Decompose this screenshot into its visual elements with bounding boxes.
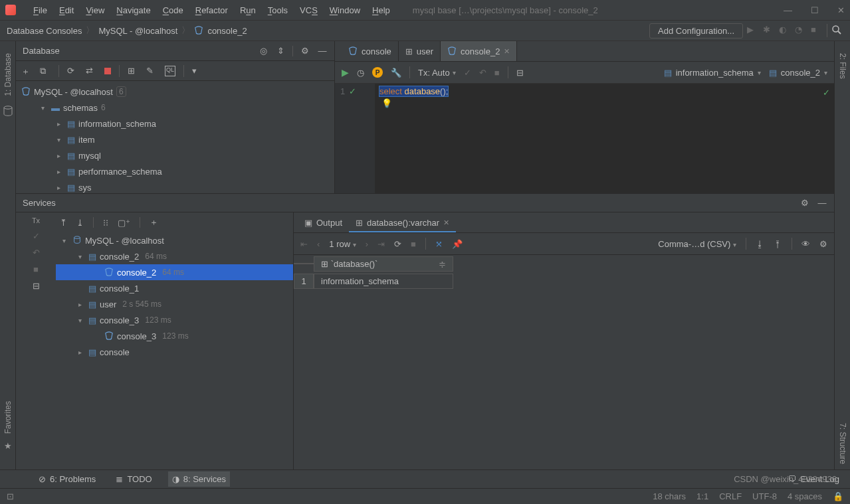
tree-schema-item[interactable]: ▸▤performance_schema — [16, 163, 334, 179]
table-icon[interactable]: ⊞ — [128, 66, 138, 76]
database-toolwindow-tab[interactable]: 1: Database — [2, 48, 14, 102]
add-configuration-button[interactable]: Add Configuration... — [649, 23, 743, 39]
layout-icon[interactable]: ⊟ — [516, 68, 524, 78]
editor-tab-user[interactable]: ⊞ user — [399, 41, 441, 61]
refresh-icon[interactable]: ⟳ — [67, 66, 78, 76]
services-tree-item[interactable]: ▤console_1 — [56, 280, 293, 296]
breadcrumb-console[interactable]: console_2 — [194, 26, 247, 36]
menu-tools[interactable]: Tools — [264, 4, 292, 17]
files-toolwindow-tab[interactable]: 2: Files — [837, 48, 849, 84]
rollback-icon[interactable]: ↶ — [479, 68, 486, 78]
window-icon[interactable]: ⊡ — [7, 491, 14, 501]
history-icon[interactable]: ◷ — [357, 68, 364, 78]
add-row-icon[interactable]: ⤧ — [435, 239, 443, 249]
structure-toolwindow-tab[interactable]: 7: Structure — [837, 418, 849, 469]
menu-help[interactable]: Help — [368, 4, 394, 17]
status-encoding[interactable]: UTF-8 — [752, 491, 777, 501]
todo-tab[interactable]: ≣TODO — [112, 471, 156, 487]
tree-datasource[interactable]: MySQL - @localhost 6 — [16, 84, 334, 100]
code-editor[interactable]: 1 ✓ select database(); 💡 ✓ — [335, 84, 834, 193]
menu-refactor[interactable]: Refactor — [191, 4, 232, 17]
status-crlf[interactable]: CRLF — [719, 491, 742, 501]
hide-icon[interactable]: — — [817, 198, 827, 209]
expand-icon[interactable]: ⤒ — [60, 218, 67, 228]
problems-tab[interactable]: ⊘6: Problems — [35, 471, 100, 487]
profiler-icon[interactable]: ◔ — [795, 25, 807, 37]
prev-page-icon[interactable]: ‹ — [317, 239, 320, 249]
coverage-icon[interactable]: ◐ — [779, 25, 791, 37]
collapse-icon[interactable]: ⇕ — [275, 46, 286, 56]
sql-icon[interactable]: QL — [165, 66, 175, 76]
commit-icon[interactable]: ✓ — [464, 68, 471, 78]
tree-schema-item[interactable]: ▾▤item — [16, 131, 334, 147]
export-format-dropdown[interactable]: Comma-…d (CSV) ▾ — [658, 239, 736, 249]
view-icon[interactable]: 👁 — [801, 239, 810, 249]
run-button[interactable]: ▶ — [342, 67, 349, 78]
gear-icon[interactable]: ⚙ — [799, 198, 810, 209]
tree-schema-item[interactable]: ▸▤mysql — [16, 147, 334, 163]
status-pos[interactable]: 1:1 — [696, 491, 708, 501]
menu-code[interactable]: Code — [159, 4, 187, 17]
first-page-icon[interactable]: ⇤ — [300, 239, 308, 249]
status-indent[interactable]: 4 spaces — [788, 491, 822, 501]
result-tab[interactable]: ⊞ database():varchar ✕ — [349, 214, 456, 232]
add-icon[interactable]: ＋ — [150, 216, 158, 228]
sync-icon[interactable]: ⇄ — [86, 66, 96, 76]
minimize-button[interactable]: — — [784, 5, 792, 15]
upload-icon[interactable]: ⭱ — [774, 239, 782, 249]
services-tree-item[interactable]: ▸▤user2 s 545 ms — [56, 296, 293, 312]
last-page-icon[interactable]: ⇥ — [377, 239, 385, 249]
filter-icon[interactable]: ▢⁺ — [118, 218, 130, 228]
services-tab[interactable]: ◑8: Services — [168, 471, 230, 487]
menu-edit[interactable]: Edit — [55, 4, 78, 17]
reload-icon[interactable]: ⟳ — [394, 239, 401, 249]
next-page-icon[interactable]: › — [366, 239, 368, 249]
session-selector[interactable]: ▤ console_2 ▾ — [769, 68, 827, 78]
gear-icon[interactable]: ⚙ — [819, 239, 827, 249]
filter-icon[interactable]: ▾ — [192, 66, 203, 76]
services-tree-item[interactable]: ▾MySQL - @localhost — [56, 232, 293, 248]
rollback-icon[interactable]: ↶ — [33, 248, 40, 258]
commit-icon[interactable]: ✓ — [33, 231, 40, 241]
cell[interactable]: information_schema — [314, 274, 453, 289]
menu-navigate[interactable]: Navigate — [112, 4, 154, 17]
tree-schema-item[interactable]: ▸▤sys — [16, 179, 334, 193]
layout-icon[interactable]: ⊟ — [33, 281, 40, 291]
menu-run[interactable]: Run — [236, 4, 260, 17]
close-tab-icon[interactable]: ✕ — [504, 47, 510, 56]
menu-vcs[interactable]: VCS — [296, 4, 322, 17]
breadcrumb-root[interactable]: Database Consoles — [7, 26, 82, 36]
result-grid[interactable]: ⊞ `database()` ≑ 1 information_schema — [294, 255, 834, 469]
close-tab-icon[interactable]: ✕ — [443, 218, 449, 227]
edit-icon[interactable]: ✎ — [146, 66, 157, 76]
menu-file[interactable]: File — [29, 4, 51, 17]
copy-icon[interactable]: ⧉ — [40, 66, 51, 76]
services-tree-item[interactable]: ▾▤console_264 ms — [56, 248, 293, 264]
intention-bulb-icon[interactable]: 💡 — [381, 98, 392, 108]
stop-icon[interactable]: ■ — [411, 239, 416, 249]
tree-schemas[interactable]: ▾ ▬ schemas 6 — [16, 100, 334, 116]
services-tree-item[interactable]: ▾▤console_3123 ms — [56, 312, 293, 328]
download-icon[interactable]: ⭳ — [756, 239, 764, 249]
services-tree-item[interactable]: console_264 ms — [56, 264, 293, 280]
hide-icon[interactable]: — — [317, 46, 328, 56]
favorites-toolwindow-tab[interactable]: Favorites ★ — [2, 396, 14, 451]
breadcrumb-db[interactable]: MySQL - @localhost — [98, 26, 177, 36]
services-tree-item[interactable]: ▸▤console — [56, 344, 293, 360]
stop-icon[interactable] — [104, 68, 111, 74]
wrench-icon[interactable]: 🔧 — [391, 68, 401, 78]
group-icon[interactable]: ⁝⁝ — [103, 218, 108, 228]
menu-view[interactable]: View — [82, 4, 108, 17]
maximize-button[interactable]: ☐ — [811, 5, 819, 15]
editor-tab-console2[interactable]: console_2 ✕ — [441, 41, 517, 61]
tree-schema-item[interactable]: ▸▤information_schema — [16, 116, 334, 131]
add-icon[interactable]: ＋ — [21, 66, 32, 76]
close-button[interactable]: ✕ — [837, 5, 845, 15]
output-tab[interactable]: ▣ Output — [298, 214, 349, 232]
debug-icon[interactable]: ✱ — [763, 25, 775, 37]
services-tree-item[interactable]: console_3123 ms — [56, 328, 293, 344]
collapse-icon[interactable]: ⤓ — [76, 218, 84, 228]
menu-window[interactable]: Window — [326, 4, 364, 17]
column-header[interactable]: ⊞ `database()` ≑ — [314, 256, 453, 272]
editor-tab-console[interactable]: console — [342, 41, 399, 61]
